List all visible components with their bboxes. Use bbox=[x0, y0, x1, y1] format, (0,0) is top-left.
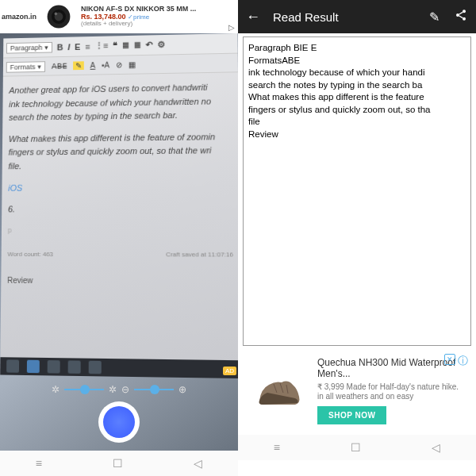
amazon-logo: amazon.in bbox=[2, 13, 36, 21]
clear-icon[interactable]: ⊘ bbox=[116, 60, 122, 69]
zoom-slider[interactable] bbox=[134, 389, 174, 390]
page-title: Read Result bbox=[273, 10, 414, 24]
zoom-out-icon[interactable]: ⊖ bbox=[121, 384, 129, 395]
brightness-high-icon[interactable]: ✲ bbox=[109, 384, 117, 395]
ad-text: NIKON AF-S DX NIKKOR 35 MM ... Rs. 13,74… bbox=[81, 6, 196, 29]
editor-content: Another great app for iOS users to conve… bbox=[1, 72, 238, 296]
nav-back-icon[interactable]: ◁ bbox=[432, 441, 440, 454]
ad-tag: AD bbox=[223, 367, 236, 375]
list-icon[interactable]: ⋮≡ bbox=[94, 40, 108, 51]
quote-icon[interactable]: ❝ bbox=[113, 40, 117, 51]
strike-icon[interactable]: A̶B̶E̶ bbox=[52, 62, 67, 71]
app-header: ← Read Result ✎ bbox=[238, 0, 476, 33]
bold-icon[interactable]: B bbox=[57, 42, 63, 52]
textcolor-icon[interactable]: A bbox=[90, 61, 96, 70]
indent-icon[interactable]: ≣ bbox=[134, 40, 141, 50]
zoom-in-icon[interactable]: ⊕ bbox=[178, 384, 186, 395]
lens-image bbox=[41, 2, 76, 32]
undo-icon[interactable]: ↶ bbox=[146, 40, 153, 50]
nav-home-icon[interactable]: ☐ bbox=[351, 441, 361, 454]
camera-viewfinder: Paragraph ▾ B I E ≡ ⋮≡ ❝ ≣ ≣ ↶ ⚙ Formats… bbox=[0, 33, 238, 451]
svg-point-4 bbox=[463, 10, 466, 13]
bgcolor-icon[interactable]: ▪A bbox=[102, 61, 109, 70]
shop-now-button[interactable]: SHOP NOW bbox=[317, 406, 386, 424]
top-banner-ad[interactable]: amazon.in NIKON AF-S DX NIKKOR 35 MM ...… bbox=[0, 0, 238, 33]
formats-dropdown[interactable]: Formats ▾ bbox=[6, 61, 45, 72]
taskbar bbox=[0, 357, 238, 378]
svg-point-5 bbox=[456, 13, 459, 17]
product-image bbox=[248, 357, 311, 420]
brightness-slider[interactable] bbox=[64, 389, 104, 390]
back-icon[interactable]: ← bbox=[246, 9, 260, 25]
outdent-icon[interactable]: ≣ bbox=[122, 40, 129, 51]
svg-point-6 bbox=[463, 17, 466, 21]
svg-point-3 bbox=[55, 13, 58, 16]
media-icon[interactable]: ▦ bbox=[129, 60, 136, 69]
italic-icon[interactable]: I bbox=[67, 42, 70, 52]
shutter-button[interactable] bbox=[98, 401, 140, 443]
bottom-ad[interactable]: ✕ ⓘ Quechua NH300 Mid Waterproof Men's..… bbox=[243, 352, 471, 432]
camera-controls: ✲ ✲ ⊖ ⊕ bbox=[0, 384, 238, 395]
nav-menu-icon[interactable]: ≡ bbox=[36, 457, 42, 470]
android-navbar-right: ≡ ☐ ◁ bbox=[238, 435, 476, 460]
nav-menu-icon[interactable]: ≡ bbox=[274, 441, 280, 454]
nav-back-icon[interactable]: ◁ bbox=[194, 457, 202, 470]
ad-close-x-icon[interactable]: ✕ bbox=[444, 354, 455, 365]
nav-home-icon[interactable]: ☐ bbox=[113, 457, 123, 470]
edit-icon[interactable]: ✎ bbox=[427, 10, 441, 25]
format-e-icon[interactable]: E bbox=[75, 42, 80, 52]
share-icon[interactable] bbox=[454, 9, 468, 25]
product-desc: ₹ 3,999 Made for Half-day's nature hike.… bbox=[317, 382, 466, 401]
ad-info-icon[interactable]: ⓘ bbox=[458, 354, 468, 368]
paragraph-dropdown[interactable]: Paragraph ▾ bbox=[6, 41, 52, 53]
highlight-icon[interactable]: ✎ bbox=[73, 61, 84, 70]
android-navbar: ≡ ☐ ◁ bbox=[0, 451, 238, 476]
result-text[interactable]: Paragraph BIE E FormatsABE ink technolog… bbox=[243, 36, 471, 346]
align-icon[interactable]: ≡ bbox=[85, 41, 90, 51]
brightness-low-icon[interactable]: ✲ bbox=[52, 384, 60, 395]
gear-icon[interactable]: ⚙ bbox=[158, 40, 166, 50]
ad-play-icon[interactable]: ▷ bbox=[228, 23, 235, 32]
